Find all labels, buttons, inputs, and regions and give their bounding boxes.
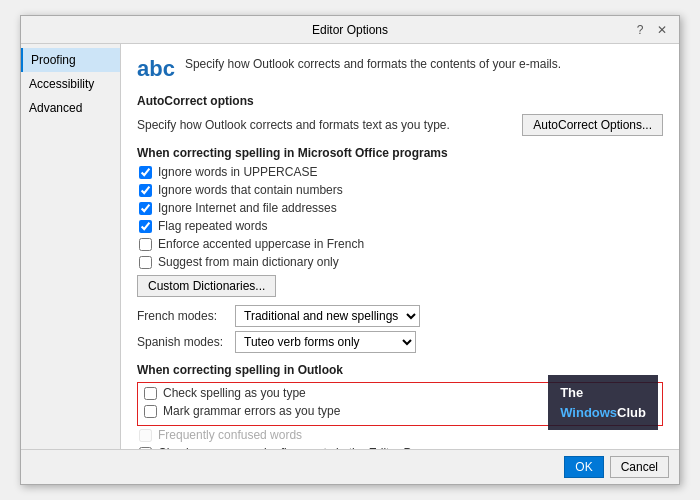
checkbox-freq-confused: Frequently confused words (137, 428, 663, 442)
checkbox-check-spelling: Check spelling as you type (142, 386, 658, 400)
spanish-modes-label: Spanish modes: (137, 335, 227, 349)
sidebar: Proofing Accessibility Advanced (21, 44, 121, 449)
mark-grammar-label[interactable]: Mark grammar errors as you type (163, 404, 340, 418)
dialog-title: Editor Options (69, 23, 631, 37)
check-spelling-checkbox[interactable] (144, 387, 157, 400)
spanish-modes-select[interactable]: Tuteo verb forms only Voseo verb forms o… (235, 331, 416, 353)
spelling-office-label: When correcting spelling in Microsoft Of… (137, 146, 663, 160)
autocorrect-label: AutoCorrect options (137, 94, 663, 108)
spanish-modes-row: Spanish modes: Tuteo verb forms only Vos… (137, 331, 663, 353)
enforce-french-label[interactable]: Enforce accented uppercase in French (158, 237, 364, 251)
ignore-uppercase-label[interactable]: Ignore words in UPPERCASE (158, 165, 317, 179)
ignore-internet-label[interactable]: Ignore Internet and file addresses (158, 201, 337, 215)
close-button[interactable]: ✕ (653, 21, 671, 39)
ignore-numbers-label[interactable]: Ignore words that contain numbers (158, 183, 343, 197)
custom-dictionaries-button[interactable]: Custom Dictionaries... (137, 275, 276, 297)
ok-button[interactable]: OK (564, 456, 603, 478)
check-spelling-label[interactable]: Check spelling as you type (163, 386, 306, 400)
sidebar-item-advanced[interactable]: Advanced (21, 96, 120, 120)
dialog-footer: OK Cancel (21, 449, 679, 484)
autocorrect-section: AutoCorrect options Specify how Outlook … (137, 94, 663, 136)
french-modes-label: French modes: (137, 309, 227, 323)
flag-repeated-checkbox[interactable] (139, 220, 152, 233)
checkbox-ignore-uppercase: Ignore words in UPPERCASE (137, 165, 663, 179)
spelling-outlook-section: When correcting spelling in Outlook Chec… (137, 363, 663, 449)
abc-icon: abc (137, 58, 175, 80)
freq-confused-label: Frequently confused words (158, 428, 302, 442)
ignore-numbers-checkbox[interactable] (139, 184, 152, 197)
spelling-outlook-label: When correcting spelling in Outlook (137, 363, 663, 377)
highlighted-checkboxes: Check spelling as you type Mark grammar … (137, 382, 663, 426)
custom-dict-container: Custom Dictionaries... (137, 275, 663, 297)
header-section: abc Specify how Outlook corrects and for… (137, 56, 663, 80)
cancel-button[interactable]: Cancel (610, 456, 669, 478)
editor-options-dialog: Editor Options ? ✕ Proofing Accessibilit… (20, 15, 680, 485)
dialog-body: Proofing Accessibility Advanced abc Spec… (21, 44, 679, 449)
autocorrect-desc: Specify how Outlook corrects and formats… (137, 118, 450, 132)
autocorrect-options-button[interactable]: AutoCorrect Options... (522, 114, 663, 136)
french-modes-select[interactable]: Traditional and new spellings Traditiona… (235, 305, 420, 327)
checkbox-ignore-internet: Ignore Internet and file addresses (137, 201, 663, 215)
header-desc: Specify how Outlook corrects and formats… (185, 56, 561, 73)
checkbox-suggest-main: Suggest from main dictionary only (137, 255, 663, 269)
checkbox-ignore-numbers: Ignore words that contain numbers (137, 183, 663, 197)
spelling-office-section: When correcting spelling in Microsoft Of… (137, 146, 663, 353)
suggest-main-checkbox[interactable] (139, 256, 152, 269)
autocorrect-row: Specify how Outlook corrects and formats… (137, 114, 663, 136)
flag-repeated-label[interactable]: Flag repeated words (158, 219, 267, 233)
checkbox-flag-repeated: Flag repeated words (137, 219, 663, 233)
ignore-internet-checkbox[interactable] (139, 202, 152, 215)
checkbox-mark-grammar: Mark grammar errors as you type (142, 404, 658, 418)
suggest-main-label[interactable]: Suggest from main dictionary only (158, 255, 339, 269)
sidebar-item-proofing[interactable]: Proofing (21, 48, 120, 72)
title-bar: Editor Options ? ✕ (21, 16, 679, 44)
help-button[interactable]: ? (631, 21, 649, 39)
enforce-french-checkbox[interactable] (139, 238, 152, 251)
ignore-uppercase-checkbox[interactable] (139, 166, 152, 179)
checkbox-enforce-french: Enforce accented uppercase in French (137, 237, 663, 251)
sidebar-item-accessibility[interactable]: Accessibility (21, 72, 120, 96)
french-modes-row: French modes: Traditional and new spelli… (137, 305, 663, 327)
main-content: abc Specify how Outlook corrects and for… (121, 44, 679, 449)
freq-confused-checkbox (139, 429, 152, 442)
title-controls: ? ✕ (631, 21, 671, 39)
mark-grammar-checkbox[interactable] (144, 405, 157, 418)
